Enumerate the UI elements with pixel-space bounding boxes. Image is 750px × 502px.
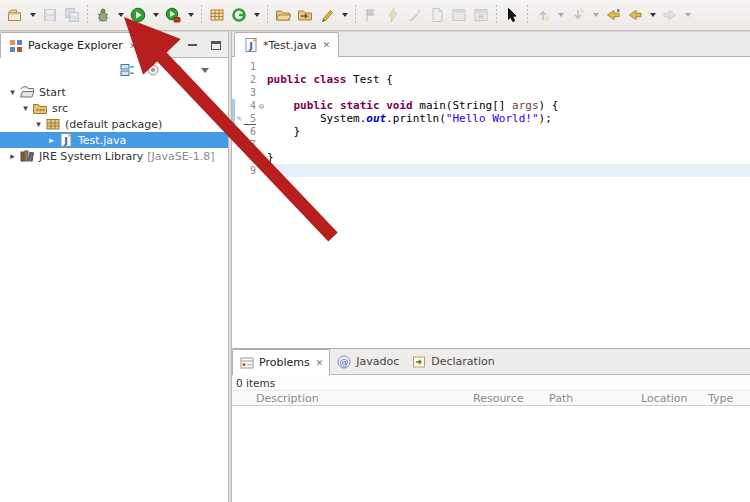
chevron-down-icon [593, 13, 599, 17]
package-explorer-tabbar: Package Explorer ✕ [0, 32, 228, 58]
run-button[interactable] [127, 3, 149, 27]
collapse-all-button[interactable] [118, 61, 136, 79]
problems-view: Problems✕@JavadocDeclaration 0 items Des… [232, 348, 750, 502]
toolbar-separator [523, 5, 532, 25]
run-dropdown[interactable] [149, 3, 162, 27]
code-token: "Hello World!" [446, 112, 539, 125]
column-header-path[interactable]: Path [549, 392, 573, 405]
code-editor[interactable]: 12public class Test {34⊖ public static v… [232, 57, 750, 348]
previous-annotation-button[interactable] [532, 3, 554, 27]
pen-icon [319, 7, 335, 23]
restore-selection-button[interactable] [501, 3, 523, 27]
collapse-all-icon [119, 62, 135, 78]
package-explorer-tree[interactable]: ▾Start▾src▾(default package)▸JTest.java▸… [0, 82, 228, 502]
maximize-icon [211, 41, 221, 50]
minimize-icon [188, 44, 197, 46]
toolbar-separator [83, 5, 92, 25]
last-edit-location-button[interactable] [602, 3, 624, 27]
chevron-down-icon [188, 13, 194, 17]
page-icon [429, 7, 445, 23]
chevron-collapsed-icon[interactable]: ▸ [45, 135, 58, 145]
code-text [267, 86, 750, 99]
next-annotation-dropdown[interactable] [589, 3, 602, 27]
focus-on-task-button[interactable] [144, 61, 162, 79]
column-header-description[interactable]: Description [256, 392, 319, 405]
new-wizard-disabled-button[interactable] [360, 3, 382, 27]
problems-status: 0 items [232, 375, 750, 390]
tree-item-label: JRE System Library [39, 150, 143, 163]
tree-item-label: src [52, 102, 68, 115]
tree-item--default-package-[interactable]: ▾(default package) [0, 116, 228, 132]
package-explorer-icon [8, 38, 24, 54]
code-line-9: 9 [232, 164, 750, 177]
debug-dropdown[interactable] [114, 3, 127, 27]
code-token [267, 99, 294, 112]
save-button[interactable] [39, 3, 61, 27]
close-icon[interactable]: ✕ [129, 41, 137, 51]
chevron-expanded-icon[interactable]: ▾ [32, 119, 45, 129]
close-icon[interactable]: ✕ [316, 358, 324, 368]
highlight-dropdown[interactable] [338, 3, 351, 27]
chevron-expanded-icon[interactable]: ▾ [19, 103, 32, 113]
view-menu-button[interactable] [196, 61, 214, 79]
run-last-tool-button[interactable] [382, 3, 404, 27]
code-token: main(String[] [413, 99, 512, 112]
tab-problems[interactable]: Problems✕ [232, 349, 330, 375]
tab-declaration[interactable]: Declaration [405, 349, 500, 374]
external-tools-button[interactable] [162, 3, 184, 27]
tree-item-src[interactable]: ▾src [0, 100, 228, 116]
tab-test-java[interactable]: J *Test.java ✕ [234, 32, 339, 57]
package-explorer-view: Package Explorer ✕ ▾Start▾src▾(default p… [0, 31, 228, 502]
new-dropdown[interactable] [26, 3, 39, 27]
coverage-button[interactable] [228, 3, 250, 27]
fold-collapse-icon[interactable]: ⊖ [256, 101, 267, 111]
forward-dropdown[interactable] [681, 3, 694, 27]
new-java-project-button[interactable] [206, 3, 228, 27]
tree-item-test-java[interactable]: ▸JTest.java [0, 132, 228, 148]
svg-text:J: J [63, 135, 68, 146]
tree-item-jre-system-library[interactable]: ▸JRE System Library[JavaSE-1.8] [0, 148, 228, 164]
tab-package-explorer[interactable]: Package Explorer ✕ [0, 32, 144, 58]
code-text: } [267, 125, 750, 138]
quick-diff-gutter [232, 138, 235, 151]
highlight-button[interactable] [316, 3, 338, 27]
column-header-location[interactable]: Location [641, 392, 688, 405]
code-text [267, 138, 750, 151]
save-all-button[interactable] [61, 3, 83, 27]
run-icon [130, 7, 146, 23]
debug-button[interactable] [92, 3, 114, 27]
line-number: 9 [244, 165, 256, 176]
close-icon[interactable]: ✕ [323, 40, 331, 50]
tool-b-button[interactable] [426, 3, 448, 27]
back-dropdown[interactable] [646, 3, 659, 27]
tree-item-start[interactable]: ▾Start [0, 84, 228, 100]
maximize-button[interactable] [208, 37, 224, 53]
column-header-resource[interactable]: Resource [473, 392, 523, 405]
link-with-editor-button[interactable] [170, 61, 188, 79]
next-annotation-button[interactable] [567, 3, 589, 27]
chevron-expanded-icon[interactable]: ▾ [6, 87, 19, 97]
line-number: 1 [244, 61, 256, 72]
tab-javadoc[interactable]: @Javadoc [330, 349, 405, 374]
tool-a-button[interactable] [404, 3, 426, 27]
forward-button[interactable] [659, 3, 681, 27]
tool-d-button[interactable]: R [470, 3, 492, 27]
problems-tabbar: Problems✕@JavadocDeclaration [232, 349, 750, 375]
items-count: 0 items [236, 377, 275, 389]
back-button[interactable] [624, 3, 646, 27]
toolbar-separator [263, 5, 272, 25]
open-task-button[interactable] [272, 3, 294, 27]
new-button[interactable] [4, 3, 26, 27]
import-button[interactable] [294, 3, 316, 27]
column-header-type[interactable]: Type [708, 392, 733, 405]
quick-diff-marker [232, 99, 235, 112]
chevron-collapsed-icon[interactable]: ▸ [6, 151, 19, 161]
external-tools-dropdown[interactable] [184, 3, 197, 27]
tree-item-label: Test.java [78, 134, 126, 147]
minimize-button[interactable] [184, 37, 200, 53]
code-text [267, 60, 750, 73]
chevron-down-icon [650, 13, 656, 17]
tool-c-button[interactable] [448, 3, 470, 27]
previous-annotation-dropdown[interactable] [554, 3, 567, 27]
coverage-dropdown[interactable] [250, 3, 263, 27]
